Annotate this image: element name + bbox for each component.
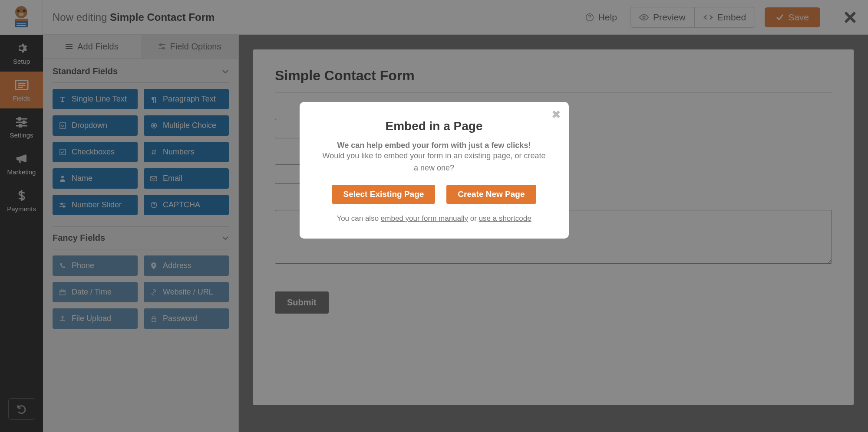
select-existing-page-button[interactable]: Select Existing Page [332, 185, 435, 204]
footer-prefix: You can also [337, 214, 380, 223]
embed-manually-link[interactable]: embed your form manually [381, 214, 468, 223]
embed-modal: ✖ Embed in a Page We can help embed your… [300, 102, 569, 239]
modal-close-button[interactable]: ✖ [551, 108, 561, 121]
modal-footer: You can also embed your form manually or… [320, 214, 548, 223]
modal-lead: We can help embed your form with just a … [320, 141, 548, 150]
modal-subtext: Would you like to embed your form in an … [320, 150, 548, 174]
footer-mid: or [468, 214, 479, 223]
button-label: Select Existing Page [343, 190, 424, 199]
use-shortcode-link[interactable]: use a shortcode [479, 214, 531, 223]
button-label: Create New Page [458, 190, 525, 199]
create-new-page-button[interactable]: Create New Page [446, 185, 536, 204]
modal-overlay[interactable]: ✖ Embed in a Page We can help embed your… [0, 0, 868, 432]
modal-title: Embed in a Page [320, 119, 548, 133]
